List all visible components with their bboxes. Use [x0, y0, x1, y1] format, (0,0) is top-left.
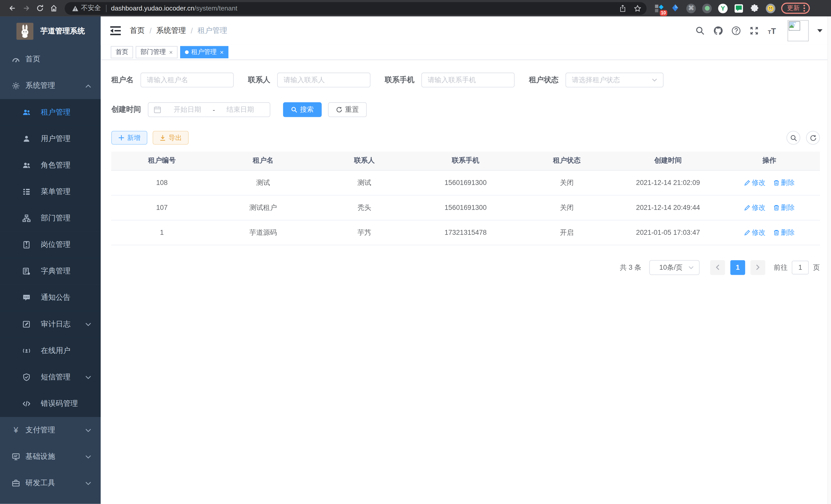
- extension-recorder-icon[interactable]: [702, 3, 712, 13]
- reset-button[interactable]: 重置: [328, 102, 367, 117]
- navbar: 首页/系统管理/租户管理 TT: [101, 17, 831, 45]
- contact-input[interactable]: 请输入联系人: [277, 73, 371, 88]
- search-button[interactable]: 搜索: [283, 102, 322, 117]
- sidebar-item-label: 系统管理: [25, 81, 55, 91]
- logo-image: [17, 23, 33, 40]
- help-icon[interactable]: [731, 26, 741, 36]
- extension-chat-icon[interactable]: [734, 3, 744, 13]
- delete-link[interactable]: 删除: [773, 203, 795, 212]
- sidebar-item-notice[interactable]: 通知公告: [0, 285, 101, 311]
- goto-page-input[interactable]: 1: [792, 261, 809, 274]
- sidebar-item-dict[interactable]: 字典管理: [0, 258, 101, 285]
- hamburger-fold-icon[interactable]: [110, 26, 121, 35]
- tenant-name-input[interactable]: 请输入租户名: [141, 73, 234, 88]
- close-icon[interactable]: ×: [169, 49, 173, 56]
- page-suffix-label: 页: [813, 263, 820, 272]
- extension-yapi-icon[interactable]: Y: [718, 3, 728, 13]
- reload-icon[interactable]: [33, 2, 47, 14]
- sidebar-item-system[interactable]: 系统管理: [0, 73, 101, 99]
- edit-link[interactable]: 修改: [744, 203, 766, 212]
- chevron-down-icon: [652, 78, 657, 82]
- page-size-select[interactable]: 10条/页: [649, 260, 700, 275]
- sidebar-item-home[interactable]: 首页: [0, 46, 101, 72]
- sidebar-item-user[interactable]: 用户管理: [0, 126, 101, 152]
- sidebar-item-dept[interactable]: 部门管理: [0, 205, 101, 232]
- table-row: 1芋道源码芋艿17321315478开启2021-01-05 17:03:47修…: [111, 220, 820, 245]
- extension-kite-icon[interactable]: [670, 3, 681, 13]
- security-warning[interactable]: 不安全: [72, 4, 101, 12]
- font-size-icon[interactable]: TT: [767, 26, 777, 36]
- delete-link[interactable]: 删除: [773, 178, 795, 187]
- github-icon[interactable]: [713, 26, 723, 36]
- sidebar-item-menu[interactable]: 菜单管理: [0, 179, 101, 205]
- contact-label: 联系人: [248, 75, 270, 85]
- browser-menu-icon[interactable]: [803, 5, 805, 12]
- delete-link[interactable]: 删除: [773, 228, 795, 237]
- add-button[interactable]: 新增: [111, 131, 147, 145]
- cell-mobile: 15601691300: [415, 170, 516, 195]
- url-bar[interactable]: 不安全 dashboard.yudao.iocoder.cn/system/te…: [65, 2, 647, 14]
- sidebar-logo-row[interactable]: 芋道管理系统: [0, 17, 101, 46]
- sidebar-item-role[interactable]: 角色管理: [0, 152, 101, 179]
- date-range-input[interactable]: 开始日期 - 结束日期: [148, 102, 270, 117]
- sidebar-item-error-code[interactable]: 错误码管理: [0, 390, 101, 417]
- browser-update-button[interactable]: 更新: [781, 3, 810, 13]
- sidebar-item-label: 审计日志: [41, 320, 71, 329]
- refresh-table-icon[interactable]: [806, 131, 820, 145]
- cell-id: 108: [111, 170, 212, 195]
- sidebar-item-label: 研发工具: [25, 478, 55, 488]
- fullscreen-icon[interactable]: [749, 26, 759, 36]
- cell-contact: 芋艿: [314, 220, 415, 245]
- edit-link[interactable]: 修改: [744, 178, 766, 187]
- sidebar-item-pay[interactable]: ¥支付管理: [0, 417, 101, 443]
- devtools-icon: [11, 479, 20, 487]
- mobile-input[interactable]: 请输入联系手机: [422, 73, 515, 88]
- sidebar-item-infra[interactable]: 基础设施: [0, 443, 101, 470]
- breadcrumb-item[interactable]: 首页: [130, 26, 145, 35]
- avatar-caret-icon[interactable]: [817, 29, 823, 32]
- scrollbar-track[interactable]: [827, 17, 831, 504]
- error-code-icon: [22, 399, 31, 408]
- extension-puzzle-icon[interactable]: [749, 3, 760, 13]
- show-search-toggle-icon[interactable]: [786, 131, 800, 145]
- sidebar-item-audit-log[interactable]: 审计日志: [0, 311, 101, 337]
- export-button[interactable]: 导出: [153, 131, 189, 145]
- close-icon[interactable]: ×: [220, 49, 224, 56]
- gear-icon: [11, 82, 20, 90]
- sidebar-item-label: 角色管理: [41, 160, 71, 170]
- cell-status: 开启: [516, 220, 618, 245]
- extension-emoji-icon[interactable]: [765, 3, 776, 13]
- next-page-button[interactable]: [751, 260, 766, 275]
- extension-pixel-icon[interactable]: 10: [654, 3, 664, 13]
- column-header: 创建时间: [618, 152, 719, 170]
- chevron-down-icon: [85, 481, 91, 485]
- tag-item[interactable]: 首页: [111, 46, 133, 58]
- back-icon[interactable]: [5, 2, 19, 14]
- sidebar-item-online-user[interactable]: 在线用户: [0, 337, 101, 364]
- forward-icon[interactable]: [19, 2, 33, 14]
- pagination-total: 共 3 条: [620, 263, 641, 272]
- chevron-down-icon: [85, 455, 91, 458]
- edit-link[interactable]: 修改: [744, 228, 766, 237]
- share-icon[interactable]: [619, 5, 627, 12]
- sidebar-item-sms[interactable]: 短信管理: [0, 364, 101, 390]
- tag-item[interactable]: 部门管理×: [136, 46, 177, 58]
- sidebar-item-post[interactable]: 岗位管理: [0, 232, 101, 258]
- tag-active[interactable]: 租户管理×: [180, 46, 228, 58]
- prev-page-button[interactable]: [710, 260, 725, 275]
- status-select[interactable]: 请选择租户状态: [566, 73, 664, 88]
- page-number-button[interactable]: 1: [730, 260, 745, 275]
- sidebar-item-label: 岗位管理: [41, 240, 71, 249]
- avatar[interactable]: [787, 20, 809, 41]
- sidebar-item-devtools[interactable]: 研发工具: [0, 470, 101, 496]
- search-icon[interactable]: [695, 26, 705, 36]
- breadcrumb-item[interactable]: 系统管理: [156, 26, 186, 35]
- extension-command-icon[interactable]: ⌘: [686, 3, 696, 13]
- table-row: 107测试租户秃头15601691300关闭2021-12-14 20:49:4…: [111, 195, 820, 220]
- home-icon[interactable]: [47, 2, 61, 14]
- sidebar-item-tenant[interactable]: 租户管理: [0, 99, 101, 126]
- column-header: 操作: [719, 152, 820, 170]
- chevron-down-icon: [85, 428, 91, 432]
- bookmark-star-icon[interactable]: [634, 5, 641, 12]
- sidebar-item-label: 基础设施: [25, 452, 55, 462]
